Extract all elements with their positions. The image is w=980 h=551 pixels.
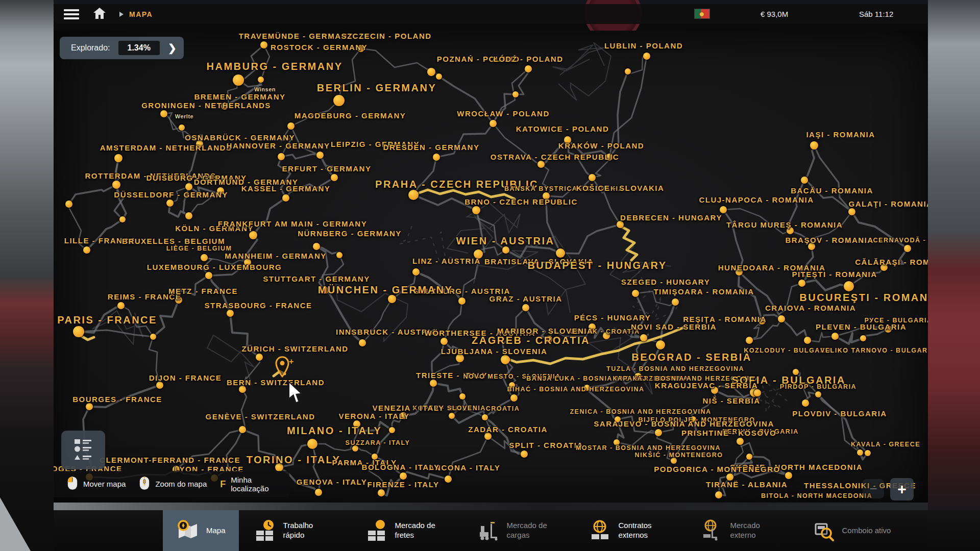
city-dot bbox=[166, 199, 174, 207]
city-label: INNSBRUCK - AUSTRIA bbox=[336, 328, 437, 336]
mouse-left-icon bbox=[67, 475, 78, 493]
city-dot bbox=[617, 221, 624, 228]
world-map[interactable]: Explorado: 1.34% ❯ Mover mapaZoom do map… bbox=[54, 31, 928, 503]
city-label: PLOVDIV - BULGARIA bbox=[792, 409, 887, 418]
city-dot bbox=[857, 449, 863, 456]
city-label: BUCUREŞTI - ROMANIA bbox=[799, 292, 928, 304]
nav-item-external-contracts[interactable]: Contratos externos bbox=[585, 510, 675, 551]
nav-item-external-market[interactable]: Mercado externo bbox=[697, 510, 787, 551]
city-dot bbox=[589, 174, 596, 181]
map-hint-label: Minha localização bbox=[231, 475, 288, 493]
nav-item-cargo-market[interactable]: Mercado de cargas bbox=[474, 510, 563, 551]
map-hint-toolbar: Mover mapaZoom do mapaFMinha localização bbox=[54, 471, 289, 497]
city-dot bbox=[282, 194, 289, 202]
city-label: CERNAVODĂ - ROMANIA bbox=[873, 237, 928, 244]
city-dot bbox=[804, 337, 811, 344]
city-dot bbox=[336, 252, 342, 258]
city-dot bbox=[715, 491, 722, 498]
city-dot bbox=[86, 403, 93, 410]
city-label: РУСЕ - BULGARIA bbox=[865, 317, 928, 324]
city-label: ZÜRICH - SWITZERLAND bbox=[241, 344, 348, 353]
globe-forklift-icon bbox=[700, 519, 724, 542]
city-label: SUZZARA - ITALY bbox=[346, 439, 410, 446]
city-dot bbox=[389, 427, 395, 433]
city-dot bbox=[746, 454, 752, 460]
nav-item-label: Contratos externos bbox=[619, 521, 672, 540]
home-button[interactable] bbox=[93, 8, 106, 21]
city-label: CRAIOVA - ROMANIA bbox=[765, 304, 856, 312]
city-label: BRAŞOV - ROMANIA bbox=[785, 236, 873, 244]
city-dot bbox=[408, 190, 419, 200]
city-dot bbox=[831, 333, 839, 340]
city-label: BUDAPEST - HUNGARY bbox=[527, 260, 667, 271]
city-dot bbox=[778, 315, 785, 322]
truck-search-icon bbox=[812, 519, 836, 542]
city-label: KRAGUJEVAC - SERBIA bbox=[655, 381, 758, 390]
dot-grid-icon bbox=[365, 519, 388, 542]
game-time: Sáb 11:12 bbox=[859, 10, 893, 18]
city-dot bbox=[433, 154, 440, 161]
city-dot bbox=[388, 295, 396, 303]
city-label: MOSTAR - BOSNIA AND HERZEGOVINA bbox=[576, 444, 721, 452]
city-label: CLUJ-NAPOCA - ROMANIA bbox=[699, 195, 814, 204]
city-dot bbox=[150, 334, 156, 340]
city-dot bbox=[400, 472, 407, 480]
top-bar: MAPA € 93,0M Sáb 11:12 bbox=[54, 4, 928, 24]
city-label: MILANO - ITALY bbox=[287, 425, 382, 437]
map-hint-label: Mover mapa bbox=[83, 480, 126, 488]
map-icon bbox=[176, 519, 200, 542]
nav-item-map[interactable]: Mapa bbox=[163, 510, 239, 551]
city-label: LJUBLJANA - SLOVENIA bbox=[441, 347, 548, 356]
city-label: WIEN - AUSTRIA bbox=[456, 235, 554, 247]
city-dot bbox=[239, 426, 246, 433]
garage-backdrop-top bbox=[54, 0, 928, 4]
city-dot bbox=[904, 245, 911, 252]
breadcrumb: MAPA bbox=[129, 10, 153, 18]
city-dot bbox=[640, 334, 647, 341]
city-label: DRESDEN - GERMANY bbox=[383, 143, 480, 152]
city-dot bbox=[65, 201, 72, 208]
city-label: VELIKO TARNOVO - BULGARIA bbox=[820, 347, 928, 354]
city-dot bbox=[672, 298, 679, 306]
nav-item-label: Mercado de cargas bbox=[507, 521, 560, 540]
city-label: PRISHTINË - KOSOVO bbox=[681, 429, 776, 437]
city-label: PIRDOP - BULGARIA bbox=[780, 383, 856, 390]
explored-expand-button[interactable]: ❯ bbox=[168, 42, 177, 54]
city-label: SARAJEVO - BOSNIA AND HERZEGOVINA bbox=[594, 419, 774, 428]
city-dot bbox=[449, 413, 455, 419]
mouse-cursor-icon bbox=[287, 381, 304, 407]
nav-item-freight-market[interactable]: Mercado de fretes bbox=[362, 510, 451, 551]
city-label: DEBRECEN - HUNGARY bbox=[620, 213, 722, 222]
city-label: OSTRAVA - CZECH REPUBLIC bbox=[491, 153, 619, 161]
city-label: TIMIŞOARA - ROMANIA bbox=[653, 287, 754, 296]
city-label: LINZ - AUSTRIA bbox=[412, 257, 481, 265]
city-dot bbox=[201, 254, 208, 261]
city-dot bbox=[502, 246, 509, 254]
city-dot bbox=[522, 304, 529, 311]
zoom-in-button[interactable]: + bbox=[890, 478, 914, 500]
clock-grid-icon bbox=[253, 519, 277, 542]
city-dot bbox=[333, 95, 345, 106]
city-dot bbox=[185, 212, 192, 219]
nav-item-active-convoy[interactable]: Comboio ativo bbox=[809, 510, 894, 551]
city-label: GENOVA - ITALY bbox=[297, 478, 368, 486]
zoom-out-button[interactable]: − bbox=[863, 479, 884, 498]
city-dot bbox=[737, 438, 744, 445]
city-dot bbox=[802, 399, 809, 407]
explored-value: 1.34% bbox=[118, 41, 160, 55]
city-dot bbox=[287, 122, 295, 130]
city-label: KASSEL - GERMANY bbox=[241, 184, 331, 193]
garage-backdrop-left bbox=[0, 0, 54, 551]
city-dot bbox=[798, 280, 805, 287]
city-label: GALAŢI - ROMANIA bbox=[849, 199, 928, 208]
map-legend-button[interactable] bbox=[61, 431, 105, 469]
city-label: LIÈGE - BELGIUM bbox=[166, 245, 232, 252]
city-dot bbox=[278, 153, 285, 160]
city-label: CĂLĂRAŞI - ROMANIA bbox=[855, 258, 928, 266]
city-label: MARIBOR - SLOVENIA bbox=[497, 327, 594, 335]
city-label: VERONA - ITALY bbox=[339, 412, 410, 420]
city-label: MAGDEBURG - GERMANY bbox=[295, 111, 406, 120]
menu-icon[interactable] bbox=[64, 9, 79, 19]
nav-item-quick-job[interactable]: Trabalho rápido bbox=[250, 510, 339, 551]
city-label: KOŠICE - SLOVAKIA bbox=[576, 184, 665, 192]
